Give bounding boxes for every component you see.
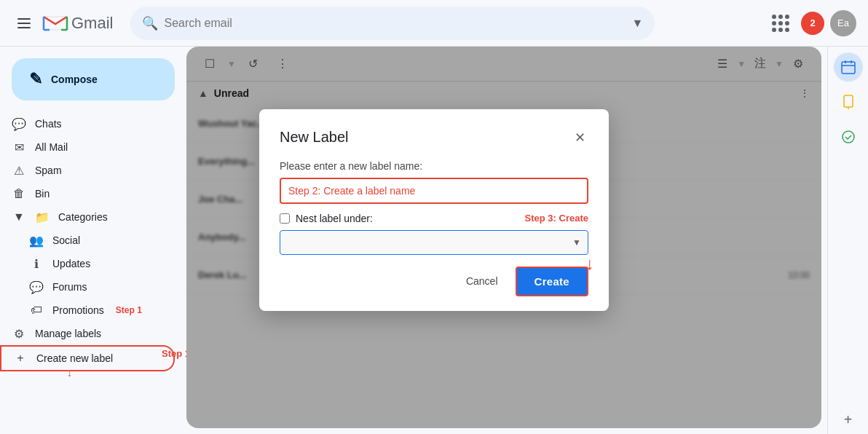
sidebar-manage-labels-label: Manage labels	[35, 328, 101, 339]
social-icon: 👥	[29, 234, 44, 248]
step3-arrow-icon: ↓	[585, 253, 594, 274]
step1-label: Step 1	[162, 348, 186, 359]
gmail-text-label: Gmail	[71, 14, 113, 33]
sidebar-item-manage-labels[interactable]: ⚙ Manage labels	[0, 322, 175, 345]
label-prompt: Please enter a new label name:	[280, 160, 588, 172]
sidebar-promotions-label: Promotions	[52, 304, 104, 316]
label-name-input[interactable]	[280, 178, 588, 204]
step1-annotation: Step 1	[116, 305, 142, 315]
promotions-icon: 🏷	[29, 304, 44, 317]
sidebar-spam-label: Spam	[35, 165, 62, 176]
add-panel-button[interactable]: +	[834, 405, 863, 434]
compose-label: Compose	[51, 74, 98, 85]
new-label-modal: New Label ✕ Please enter a new label nam…	[259, 109, 609, 311]
modal-close-button[interactable]: ✕	[572, 127, 588, 149]
sidebar-item-bin[interactable]: 🗑 Bin	[0, 182, 175, 205]
nest-row: Nest label under: Step 3: Create	[280, 213, 588, 224]
cancel-button[interactable]: Cancel	[454, 268, 510, 294]
search-icon: 🔍	[142, 15, 158, 31]
sidebar-social-label: Social	[52, 234, 80, 246]
bin-icon: 🗑	[12, 187, 26, 200]
calendar-panel-button[interactable]	[834, 52, 863, 82]
modal-body: Please enter a new label name: Nest labe…	[280, 160, 588, 255]
spam-icon: ⚠	[12, 164, 26, 178]
create-new-label-icon: +	[13, 352, 28, 365]
create-button[interactable]: Create	[516, 267, 589, 296]
sidebar: ✎ Compose 💬 Chats ✉ All Mail ⚠ Spam 🗑 Bi…	[0, 47, 186, 434]
sidebar-forums-label: Forums	[52, 281, 87, 293]
step3-annotation: Step 3: Create	[525, 213, 588, 224]
sidebar-create-new-label-label: Create new label	[36, 352, 113, 364]
sidebar-bin-label: Bin	[35, 188, 50, 200]
nest-label-select[interactable]	[280, 230, 588, 255]
modal-footer: Cancel Create	[280, 267, 588, 296]
keep-panel-button[interactable]	[834, 87, 863, 117]
categories-expand-icon: ▼	[12, 210, 26, 224]
sidebar-updates-label: Updates	[52, 258, 90, 269]
avatar[interactable]: Ea	[830, 10, 856, 36]
modal-header: New Label ✕	[280, 127, 588, 149]
modal-title: New Label	[280, 129, 349, 146]
all-mail-icon: ✉	[12, 141, 26, 154]
gmail-m-icon	[42, 14, 68, 33]
step1-arrow-icon: ↓	[67, 367, 72, 379]
svg-point-11	[843, 131, 854, 143]
plus-icon: +	[844, 411, 853, 428]
topbar-right: 2 Ea	[766, 9, 856, 38]
right-panel: +	[827, 47, 868, 434]
sidebar-item-social[interactable]: 👥 Social	[0, 229, 175, 252]
calendar-icon	[840, 59, 856, 75]
updates-icon: ℹ	[29, 257, 44, 271]
nest-label-text: Nest label under:	[296, 213, 373, 224]
forums-icon: 💬	[29, 280, 44, 294]
compose-plus-icon: ✎	[29, 70, 42, 89]
keep-icon	[840, 94, 856, 110]
apps-grid-button[interactable]	[766, 9, 795, 38]
nest-select-wrapper: ▼ ↓	[280, 230, 588, 255]
sidebar-categories-label: Categories	[58, 211, 108, 223]
sidebar-item-promotions[interactable]: 🏷 Promotions Step 1	[0, 299, 175, 322]
tasks-panel-button[interactable]	[834, 122, 863, 151]
search-bar[interactable]: 🔍 ▼	[130, 7, 655, 40]
manage-labels-icon: ⚙	[12, 327, 26, 341]
gmail-logo: Gmail	[42, 14, 113, 33]
sidebar-item-forums[interactable]: 💬 Forums	[0, 275, 175, 299]
sidebar-item-spam[interactable]: ⚠ Spam	[0, 159, 175, 182]
grid-dots-icon	[772, 15, 789, 32]
sidebar-item-updates[interactable]: ℹ Updates	[0, 252, 175, 275]
sidebar-item-create-new-label[interactable]: + Create new label Step 1 ↓	[0, 345, 175, 371]
sidebar-item-chats[interactable]: 💬 Chats	[0, 112, 175, 135]
compose-button[interactable]: ✎ Compose	[12, 58, 175, 100]
categories-icon: 📁	[35, 210, 50, 224]
nest-label-checkbox[interactable]	[280, 213, 290, 224]
notification-badge[interactable]: 2	[801, 12, 824, 35]
tasks-icon	[840, 129, 856, 145]
hamburger-menu[interactable]	[12, 12, 36, 34]
sidebar-chats-label: Chats	[35, 118, 62, 130]
search-input[interactable]	[164, 17, 626, 30]
svg-rect-9	[844, 95, 853, 107]
avatar-initials: Ea	[830, 10, 856, 36]
svg-rect-5	[842, 62, 855, 74]
chats-icon: 💬	[12, 117, 26, 131]
sidebar-all-mail-label: All Mail	[35, 141, 68, 153]
topbar: Gmail 🔍 ▼ 2 Ea	[0, 0, 868, 47]
sidebar-item-categories[interactable]: ▼ 📁 Categories	[0, 205, 175, 229]
sidebar-item-all-mail[interactable]: ✉ All Mail	[0, 135, 175, 159]
search-dropdown-icon[interactable]: ▼	[632, 17, 644, 30]
